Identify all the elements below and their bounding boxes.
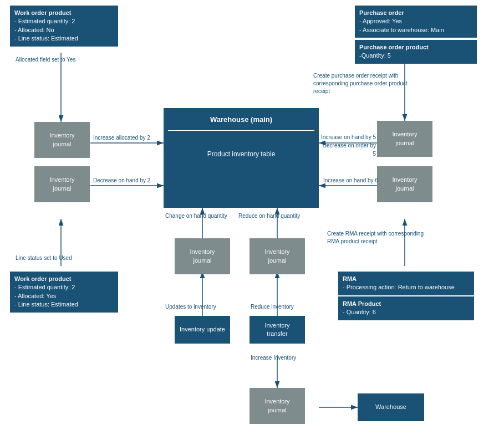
work-order-bottom-line1: - Estimated quantity: 2 bbox=[14, 283, 114, 291]
rma-box: RMA - Processing action: Return to wareh… bbox=[338, 272, 474, 295]
inv-journal-6: Inventory journal bbox=[250, 238, 305, 274]
inv-journal-1: Inventory journal bbox=[34, 122, 90, 158]
inv-journal-5-line2: journal bbox=[193, 257, 211, 265]
work-order-top-line2: - Allocated: No bbox=[14, 26, 114, 34]
purchase-order-title: Purchase order bbox=[359, 9, 472, 17]
inv-journal-3-line1: Inventory bbox=[392, 130, 417, 139]
rma-title: RMA bbox=[343, 275, 470, 283]
purchase-order-product: Purchase order product -Quantity: 5 bbox=[355, 40, 477, 64]
inv-journal-5-line1: Inventory bbox=[190, 248, 215, 256]
inv-journal-2-line1: Inventory bbox=[49, 176, 74, 184]
inv-journal-2: Inventory journal bbox=[34, 166, 90, 202]
work-order-top-line1: - Estimated quantity: 2 bbox=[14, 17, 114, 25]
inv-journal-7-line1: Inventory bbox=[264, 397, 289, 406]
increase-on-hand-6-label: Increase on hand by 6 bbox=[323, 177, 378, 183]
diagram: Work order product - Estimated quantity:… bbox=[0, 0, 504, 440]
inv-journal-6-line2: journal bbox=[268, 257, 286, 265]
decrease-on-hand-label: Decrease on hand by 2 bbox=[93, 177, 150, 183]
rma-line1: - Processing action: Return to warehouse bbox=[343, 283, 470, 291]
inv-journal-3-line2: journal bbox=[395, 139, 414, 147]
create-purchase-label: Create purchase order receipt with corre… bbox=[313, 72, 408, 95]
rma-product-title: RMA Product bbox=[343, 300, 470, 308]
purchase-order-product-line1: -Quantity: 5 bbox=[359, 52, 472, 60]
purchase-order-line1: - Approved: Yes bbox=[359, 17, 472, 25]
reduce-on-hand-label: Reduce on hand quantity bbox=[238, 213, 300, 219]
increase-on-hand-5-label: Increase on hand by 5 Decrease on order … bbox=[320, 133, 376, 158]
work-order-product-top: Work order product - Estimated quantity:… bbox=[10, 6, 118, 47]
line-status-label: Line status set to Used bbox=[16, 255, 72, 261]
warehouse-bottom: Warehouse bbox=[358, 393, 424, 421]
warehouse-title: Warehouse (main) bbox=[168, 111, 314, 128]
reduce-inventory-label: Reduce inventory bbox=[251, 304, 294, 310]
inventory-transfer: Inventory transfer bbox=[250, 316, 305, 344]
allocated-label: Allocated field set to Yes bbox=[16, 57, 75, 63]
inv-journal-4: Inventory journal bbox=[377, 166, 432, 202]
warehouse-main: Warehouse (main) Product inventory table bbox=[164, 108, 319, 208]
product-inventory-title: Product inventory table bbox=[168, 133, 314, 176]
inv-journal-7-line2: journal bbox=[268, 406, 286, 415]
updates-to-inventory-label: Updates to inventory bbox=[165, 304, 216, 310]
purchase-order-line2: - Associate to warehouse: Main bbox=[359, 26, 472, 34]
inventory-update-label: Inventory update bbox=[180, 325, 225, 334]
work-order-top-line3: - Line status: Estimated bbox=[14, 34, 114, 43]
purchase-order-product-title: Purchase order product bbox=[359, 43, 472, 52]
work-order-bottom-title: Work order product bbox=[14, 275, 114, 283]
inventory-update: Inventory update bbox=[175, 316, 230, 344]
inv-journal-1-line1: Inventory bbox=[49, 131, 74, 140]
work-order-product-bottom: Work order product - Estimated quantity:… bbox=[10, 272, 118, 313]
rma-product-line1: - Quantity: 6 bbox=[343, 308, 470, 316]
inventory-transfer-label: Inventory transfer bbox=[254, 321, 301, 339]
inv-journal-4-line1: Inventory bbox=[392, 176, 417, 184]
warehouse-bottom-label: Warehouse bbox=[375, 403, 406, 411]
change-on-hand-label: Change on hand quantity bbox=[165, 213, 227, 219]
increase-inventory-label: Increase Inventory bbox=[251, 355, 296, 361]
inv-journal-2-line2: journal bbox=[53, 185, 71, 193]
inv-journal-4-line2: journal bbox=[395, 185, 414, 193]
rma-product-box: RMA Product - Quantity: 6 bbox=[338, 296, 474, 320]
increase-allocated-label: Increase allocated by 2 bbox=[93, 135, 150, 141]
inv-journal-7: Inventory journal bbox=[250, 388, 305, 424]
inv-journal-6-line1: Inventory bbox=[264, 248, 289, 256]
work-order-bottom-line2: - Allocated: Yes bbox=[14, 292, 114, 300]
inv-journal-1-line2: journal bbox=[53, 140, 71, 149]
work-order-top-title: Work order product bbox=[14, 9, 114, 17]
work-order-bottom-line3: - Line status: Estimated bbox=[14, 300, 114, 309]
inv-journal-5: Inventory journal bbox=[175, 238, 230, 274]
purchase-order: Purchase order - Approved: Yes - Associa… bbox=[355, 6, 477, 38]
create-rma-label: Create RMA receipt with corresponding RM… bbox=[327, 230, 424, 245]
inv-journal-3: Inventory journal bbox=[377, 121, 432, 157]
